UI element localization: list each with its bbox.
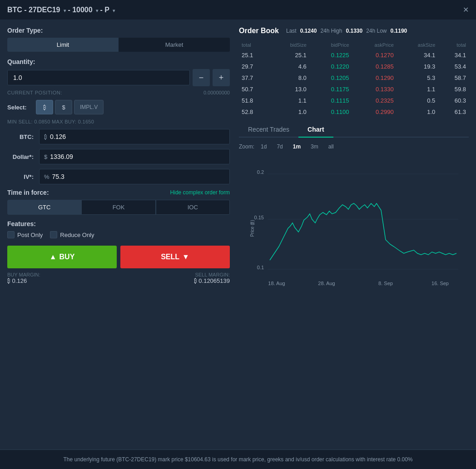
ask-price[interactable]: 0.1270 [352,49,397,61]
bid-price[interactable]: 0.1100 [309,106,352,118]
ask-price[interactable]: 0.1285 [352,61,397,72]
order-book-title: Order Book [239,27,279,35]
reduce-only-feature: Reduce Only [50,231,94,238]
reduce-only-checkbox[interactable] [50,231,57,238]
quantity-input[interactable] [7,70,190,85]
sell-label: SELL [161,253,179,261]
quantity-decrease-button[interactable]: − [193,69,210,86]
table-row: 51.8 1.1 0.1115 0.2325 0.5 60.3 [239,95,469,106]
dollar-price-input[interactable] [50,149,225,164]
tab-recent-trades[interactable]: Recent Trades [239,122,298,137]
y-label-01: 0.1 [257,265,264,270]
ask-price[interactable]: 0.2990 [352,106,397,118]
iv-label: IV*: [7,173,39,180]
buy-button[interactable]: ▲ BUY [7,246,117,268]
title-dropdown-2[interactable]: ▾ [96,8,98,13]
hide-complex-link[interactable]: Hide complex order form [170,189,230,196]
buy-label: BUY [60,253,75,261]
sell-button[interactable]: SELL ▼ [120,246,230,268]
title-dropdown-1[interactable]: ▾ [64,8,66,13]
iv-price-row: IV*: % [7,169,230,184]
btc-price-input[interactable] [50,129,225,144]
post-only-label: Post Only [17,232,43,238]
iv-input[interactable] [52,169,225,184]
bid-total: 37.7 [239,72,270,84]
fok-button[interactable]: FOK [81,200,155,215]
ask-price[interactable]: 0.1330 [352,84,397,95]
last-label: Last [286,28,297,34]
zoom-7d[interactable]: 7d [273,142,286,151]
title-bar: BTC - 27DEC19 ▾ - 10000 ▾ - P ▾ ✕ [0,0,476,20]
dollar-input-container: $ [39,149,230,164]
table-row: 52.8 1.0 0.1100 0.2990 1.0 61.3 [239,106,469,118]
iv-input-container: % [39,169,230,184]
iv-icon: % [44,173,50,180]
low-label: 24h Low [366,28,387,34]
ask-price[interactable]: 0.1290 [352,72,397,84]
limit-button[interactable]: Limit [7,38,119,52]
price-chart: 0.2 0.15 0.1 Price (₿) 18. Aug 28. Aug 8… [239,156,469,292]
gtc-button[interactable]: GTC [7,200,81,215]
bid-price[interactable]: 0.1175 [309,84,352,95]
y-label-02: 0.2 [257,169,264,175]
btc-price-row: BTC: ₿ [7,129,230,144]
min-max-label: MIN SELL: 0.0850 MAX BUY: 0.1650 [7,119,230,124]
ask-total: 53.4 [438,61,469,72]
reduce-only-label: Reduce Only [60,232,94,238]
order-type-label: Order Type: [7,27,230,34]
right-panel: Order Book Last 0.1240 24h High 0.1330 2… [239,27,469,442]
bid-total: 51.8 [239,95,270,106]
bid-price[interactable]: 0.1220 [309,61,352,72]
ask-price[interactable]: 0.2325 [352,95,397,106]
zoom-label: Zoom: [239,143,254,150]
ask-size: 34.1 [397,49,438,61]
btc-icon: ₿ [44,133,47,140]
quantity-increase-button[interactable]: + [213,69,230,86]
zoom-1m[interactable]: 1m [289,142,304,151]
select-group: ₿ $ IMPL.V [36,100,104,114]
bid-price[interactable]: 0.1115 [309,95,352,106]
ask-total: 58.7 [438,72,469,84]
bid-price[interactable]: 0.1205 [309,72,352,84]
ask-size: 1.1 [397,84,438,95]
buy-arrow-icon: ▲ [50,253,57,261]
current-position-label: CURRENT POSITION: [7,90,62,95]
zoom-3m[interactable]: 3m [307,142,322,151]
btc-input-container: ₿ [39,129,230,144]
tif-label: Time in force: [7,189,49,196]
x-label-aug18: 18. Aug [268,281,285,286]
bid-price[interactable]: 0.1225 [309,49,352,61]
title-dropdown-3[interactable]: ▾ [113,8,115,13]
current-position-row: CURRENT POSITION: 0.00000000 [7,90,230,95]
dollar-select-button[interactable]: $ [55,100,72,114]
select-label: Select: [7,104,32,111]
table-row: 50.7 13.0 0.1175 0.1330 1.1 59.8 [239,84,469,95]
sell-margin-value: ₿ 0.12065139 [194,277,230,284]
ask-total: 61.3 [438,106,469,118]
close-icon[interactable]: ✕ [463,5,469,14]
col-bid-size: bidSize [270,40,309,49]
btc-select-button[interactable]: ₿ [36,100,53,114]
col-ask-price: askPrice [352,40,397,49]
high-label: 24h High [320,28,342,34]
sell-arrow-icon: ▼ [182,253,189,261]
buy-margin-value: ₿ 0.126 [7,277,40,284]
tab-chart[interactable]: Chart [298,122,333,138]
main-container: BTC - 27DEC19 ▾ - 10000 ▾ - P ▾ ✕ Order … [0,0,476,469]
ioc-button[interactable]: IOC [156,200,230,215]
bid-total: 29.7 [239,61,270,72]
implv-select-button[interactable]: IMPL.V [74,100,104,114]
zoom-all[interactable]: all [325,142,337,151]
bid-size: 4.6 [270,61,309,72]
col-ask-size: askSize [397,40,438,49]
zoom-1d[interactable]: 1d [257,142,270,151]
window-title: BTC - 27DEC19 ▾ - 10000 ▾ - P ▾ [7,6,115,14]
bid-total: 50.7 [239,84,270,95]
ask-total: 34.1 [438,49,469,61]
chart-line [270,203,456,260]
post-only-checkbox[interactable] [7,231,15,238]
ask-size: 5.3 [397,72,438,84]
market-button[interactable]: Market [119,38,230,52]
table-row: 25.1 25.1 0.1225 0.1270 34.1 34.1 [239,49,469,61]
current-position-value: 0.00000000 [203,90,230,95]
